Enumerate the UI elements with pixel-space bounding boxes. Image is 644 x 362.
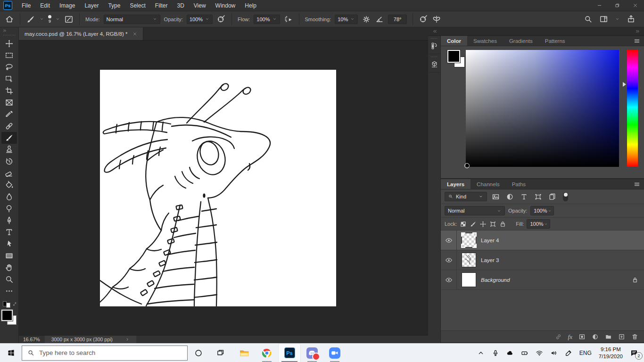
new-layer-icon[interactable] [618,333,625,340]
layer-fill-field[interactable]: 100% [527,219,550,229]
tab-layers[interactable]: Layers [441,179,471,189]
action-center-button[interactable]: 2 [630,349,639,357]
lasso-tool[interactable] [1,61,17,73]
pressure-opacity-icon[interactable] [216,15,226,24]
filter-shape-layers-icon[interactable] [534,193,542,201]
path-selection-tool[interactable] [1,238,17,250]
spot-healing-brush-tool[interactable] [1,120,17,132]
menu-view[interactable]: View [189,0,211,11]
menu-image[interactable]: Image [55,0,80,11]
blend-mode-dropdown[interactable]: Normal [104,15,160,24]
delete-layer-icon[interactable] [631,333,638,340]
history-brush-tool[interactable] [1,156,17,167]
opacity-field[interactable]: 100% [187,15,213,24]
smoothing-options-gear-icon[interactable] [362,15,371,24]
color-picker-marker[interactable] [464,163,470,168]
foreground-color-swatch[interactable] [1,310,13,321]
taskbar-app-discord[interactable] [301,344,323,362]
brush-size-preview[interactable]: 9 [48,15,51,24]
lock-image-pixels-icon[interactable] [470,221,477,228]
chevron-down-icon[interactable] [39,16,44,22]
color-panel-menu-icon[interactable] [634,38,640,44]
brush-angle-field[interactable]: 78° [388,15,407,24]
hue-slider[interactable] [627,50,638,167]
type-tool[interactable] [1,226,17,238]
onedrive-icon[interactable] [506,349,514,357]
search-icon[interactable] [584,15,593,24]
hand-tool[interactable] [1,262,17,273]
menu-3d[interactable]: 3D [172,0,189,11]
layer-filtering-toggle[interactable] [563,192,568,201]
layer-visibility-eye-icon[interactable] [445,237,453,244]
chevron-down-icon[interactable] [615,16,620,22]
taskbar-app-file-explorer[interactable] [233,344,256,362]
taskbar-clock[interactable]: 9:16 PM 7/19/2020 [599,346,623,360]
layer-row-background[interactable]: Background [441,270,644,290]
layer-visibility-eye-icon[interactable] [445,256,453,264]
tab-channels[interactable]: Channels [471,179,506,189]
add-layer-mask-icon[interactable] [578,333,586,340]
history-panel-button[interactable] [428,36,440,54]
layer-name[interactable]: Layer 4 [481,238,499,243]
filter-pixel-layers-icon[interactable] [492,193,500,201]
task-view-button[interactable] [209,344,231,362]
tab-patterns[interactable]: Patterns [539,36,571,46]
tab-swatches[interactable]: Swatches [467,36,503,46]
layer-style-fx-icon[interactable]: fx [568,333,572,340]
tab-color[interactable]: Color [441,36,467,46]
paint-bucket-tool[interactable] [1,179,17,191]
toolbar-grip[interactable] [3,34,16,37]
menu-window[interactable]: Window [211,0,240,11]
brush-tool-preset-icon[interactable] [26,15,35,24]
workspace-switcher-icon[interactable] [599,15,608,24]
menu-select[interactable]: Select [125,0,150,11]
taskbar-app-zoom-app[interactable] [323,344,346,362]
volume-icon[interactable] [550,349,558,357]
brush-settings-panel-icon[interactable] [64,15,74,24]
expand-panels-icon[interactable] [432,29,438,34]
wifi-icon[interactable] [536,349,543,357]
document-tab[interactable]: may.coco.psd @ 16.7% (Layer 4, RGB/8) * [19,27,143,40]
edit-toolbar-tool[interactable] [1,285,17,297]
menu-file[interactable]: File [17,0,35,11]
layer-blend-mode-dropdown[interactable]: Normal [445,206,505,215]
zoom-tool[interactable] [1,273,17,285]
eraser-tool[interactable] [1,167,17,179]
menu-type[interactable]: Type [103,0,125,11]
layers-panel-menu-icon[interactable] [634,181,640,188]
tab-paths[interactable]: Paths [506,179,532,189]
share-icon[interactable] [627,15,636,24]
foreground-color-swatch[interactable] [447,50,460,63]
close-icon[interactable] [626,0,644,11]
photoshop-app-icon[interactable]: Ps [3,1,12,10]
menu-filter[interactable]: Filter [150,0,173,11]
rectangle-tool[interactable] [1,250,17,262]
object-selection-tool[interactable] [1,73,17,85]
menu-help[interactable]: Help [240,0,261,11]
frame-tool[interactable] [1,97,17,108]
restore-icon[interactable] [608,0,626,11]
hidden-icons-icon[interactable] [477,349,485,357]
home-icon[interactable] [5,15,14,24]
crop-tool[interactable] [1,85,17,97]
flow-field[interactable]: 100% [254,15,280,24]
layer-name[interactable]: Layer 3 [481,257,499,263]
layer-thumbnail[interactable] [462,272,476,287]
lock-position-icon[interactable] [479,221,487,228]
taskbar-app-photoshop[interactable]: Ps [278,344,301,362]
layer-row-layer-3[interactable]: Layer 3 [441,250,644,270]
chevron-down-icon[interactable] [55,16,60,22]
new-adjustment-layer-icon[interactable] [592,333,599,340]
tab-close-icon[interactable] [132,32,137,36]
collapse-panels-icon[interactable] [635,29,640,34]
zoom-level[interactable]: 16.67% [19,337,45,342]
filter-kind-dropdown[interactable]: Kind [445,192,487,201]
filter-type-layers-icon[interactable] [520,193,528,201]
microphone-icon[interactable] [492,349,499,357]
rectangular-marquee-tool[interactable] [1,49,17,61]
taskbar-search[interactable]: Type here to search [22,346,188,361]
move-tool[interactable] [1,38,17,49]
menu-layer[interactable]: Layer [80,0,103,11]
lock-artboard-icon[interactable] [489,221,496,228]
new-group-icon[interactable] [605,333,612,340]
